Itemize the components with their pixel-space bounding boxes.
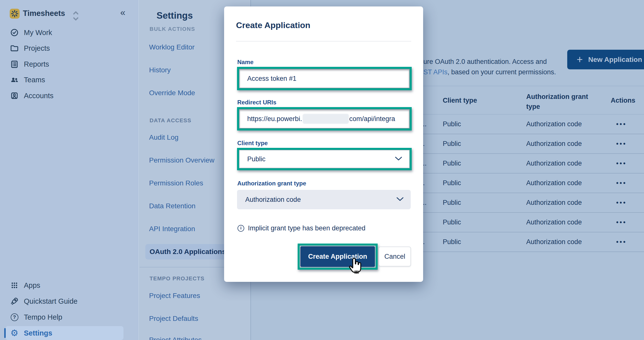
- grid-dots-icon: [10, 281, 19, 290]
- app-name-truncated: ..: [423, 114, 426, 134]
- nav-item-project-defaults[interactable]: Project Defaults: [149, 315, 198, 322]
- grant-type-select[interactable]: Authorization code: [237, 190, 411, 209]
- chevron-down-icon: [396, 197, 404, 202]
- client-type-cell: Public: [443, 174, 461, 192]
- question-circle-icon: ?: [10, 313, 19, 322]
- column-header-actions: Actions: [611, 97, 635, 104]
- click-hand-cursor-icon: [346, 256, 362, 277]
- client-type-select[interactable]: Public: [239, 150, 410, 168]
- nav-item-audit-log[interactable]: Audit Log: [149, 134, 178, 142]
- name-field-annotation-box: Access token #1: [237, 67, 412, 90]
- client-type-cell: Public: [443, 134, 461, 153]
- report-list-icon: [10, 60, 19, 68]
- intro-text-line2: ST APIs, based on your current permissio…: [423, 68, 556, 76]
- client-type-cell: Public: [443, 193, 461, 212]
- tempo-logo-icon[interactable]: [10, 9, 20, 19]
- client-type-cell: Public: [443, 213, 461, 232]
- sidebar-item-apps[interactable]: Apps: [0, 279, 139, 292]
- redacted-url-blur: [302, 114, 349, 124]
- section-heading-data-access: DATA ACCESS: [150, 117, 191, 124]
- modal-title-divider: [236, 41, 411, 42]
- nav-item-permission-overview[interactable]: Permission Overview: [149, 156, 214, 164]
- sidebar-item-reports[interactable]: Reports: [0, 58, 139, 70]
- sidebar-item-label: My Work: [24, 28, 52, 37]
- row-actions-menu-icon[interactable]: •••: [616, 174, 626, 192]
- nav-item-worklog-editor[interactable]: Worklog Editor: [149, 43, 194, 51]
- info-icon: i: [238, 225, 244, 232]
- settings-panel-title: Settings: [156, 10, 193, 21]
- nav-item-override-mode[interactable]: Override Mode: [149, 89, 195, 97]
- burst-icon: [10, 10, 19, 18]
- row-actions-menu-icon[interactable]: •••: [616, 232, 626, 252]
- client-type-cell: Public: [443, 154, 461, 173]
- sidebar-item-label: Teams: [24, 76, 45, 84]
- grant-type-cell: Authorization code: [526, 213, 582, 232]
- client-type-annotation-box: Public: [237, 148, 412, 170]
- plus-icon: +: [577, 54, 583, 65]
- intro-text-line1: ure OAuth 2.0 authentication. Access and: [423, 58, 547, 66]
- sidebar: Timesheets « My Work Projects: [0, 0, 139, 340]
- grant-type-cell: Authorization code: [526, 193, 582, 212]
- nav-item-data-retention[interactable]: Data Retention: [149, 202, 196, 210]
- nav-item-project-attributes-clipped[interactable]: Project Attributes: [149, 336, 202, 340]
- new-application-button[interactable]: + New Application: [567, 50, 644, 69]
- app-switcher-title[interactable]: Timesheets: [23, 9, 65, 18]
- sidebar-item-tempo-help[interactable]: ? Tempo Help: [0, 311, 139, 324]
- row-actions-menu-icon[interactable]: •••: [616, 134, 626, 153]
- sidebar-item-my-work[interactable]: My Work: [0, 26, 139, 39]
- nav-item-permission-roles[interactable]: Permission Roles: [149, 179, 203, 187]
- nav-item-history[interactable]: History: [149, 66, 171, 74]
- grant-type-cell: Authorization code: [526, 114, 582, 134]
- nav-item-oauth-applications[interactable]: OAuth 2.0 Applications: [150, 248, 226, 256]
- grant-type-cell: Authorization code: [526, 154, 582, 173]
- rest-apis-link[interactable]: ST APIs: [423, 68, 448, 76]
- sidebar-header: Timesheets «: [0, 0, 139, 27]
- collapse-sidebar-icon[interactable]: «: [120, 8, 126, 18]
- sidebar-item-quickstart-guide[interactable]: Quickstart Guide: [0, 295, 139, 308]
- app-name-truncated: ..: [423, 154, 426, 173]
- redirect-uris-annotation-box: https://eu.powerbi.com/api/integra: [237, 107, 412, 130]
- nav-item-project-features[interactable]: Project Features: [149, 292, 200, 300]
- name-input[interactable]: Access token #1: [239, 69, 410, 88]
- section-heading-tempo-projects: TEMPO PROJECTS: [150, 276, 204, 282]
- column-header-grant-type: Authorization grant type: [526, 92, 588, 112]
- app-name-truncated: .: [423, 174, 425, 192]
- app-root: Timesheets « My Work Projects: [0, 0, 644, 340]
- modal-title: Create Application: [236, 20, 310, 30]
- sidebar-item-label: Accounts: [24, 92, 54, 100]
- app-name-truncated: ..: [423, 193, 426, 212]
- redirect-uris-label: Redirect URIs: [237, 99, 276, 106]
- create-button-annotation-box: Create Application: [298, 244, 378, 270]
- nav-item-api-integration[interactable]: API Integration: [149, 225, 195, 233]
- cancel-button[interactable]: Cancel: [379, 246, 411, 266]
- sidebar-item-label: Apps: [24, 281, 40, 290]
- chevron-down-icon: [395, 156, 402, 162]
- section-heading-bulk-actions: BULK ACTIONS: [150, 26, 195, 32]
- sidebar-item-label: Reports: [24, 60, 49, 68]
- client-type-cell: Public: [443, 232, 461, 252]
- row-actions-menu-icon[interactable]: •••: [616, 114, 626, 134]
- rocket-icon: [10, 297, 19, 306]
- redirect-uris-input[interactable]: https://eu.powerbi.com/api/integra: [239, 109, 410, 128]
- client-type-cell: Public: [443, 114, 461, 134]
- person-badge-icon: [10, 91, 19, 100]
- app-name-truncated: .: [423, 232, 425, 252]
- sidebar-item-accounts[interactable]: Accounts: [0, 89, 139, 102]
- create-application-button[interactable]: Create Application: [300, 246, 375, 267]
- row-actions-menu-icon[interactable]: •••: [616, 193, 626, 212]
- sidebar-item-teams[interactable]: Teams: [0, 73, 139, 86]
- grant-type-cell: Authorization code: [526, 232, 582, 252]
- app-switcher-chevrons-icon[interactable]: [71, 10, 80, 22]
- row-actions-menu-icon[interactable]: •••: [616, 154, 626, 173]
- gear-icon: ⚙: [10, 328, 19, 338]
- grant-type-cell: Authorization code: [526, 134, 582, 153]
- check-circle-icon: [10, 28, 19, 37]
- row-actions-menu-icon[interactable]: •••: [616, 213, 626, 232]
- client-type-label: Client type: [237, 140, 268, 147]
- sidebar-item-label: Tempo Help: [24, 313, 62, 321]
- sidebar-item-projects[interactable]: Projects: [0, 42, 139, 55]
- column-header-client-type: Client type: [443, 97, 477, 104]
- sidebar-item-label: Settings: [24, 329, 52, 337]
- sidebar-item-settings[interactable]: ⚙ Settings: [0, 326, 139, 340]
- create-application-modal: Create Application Name Access token #1 …: [224, 6, 423, 282]
